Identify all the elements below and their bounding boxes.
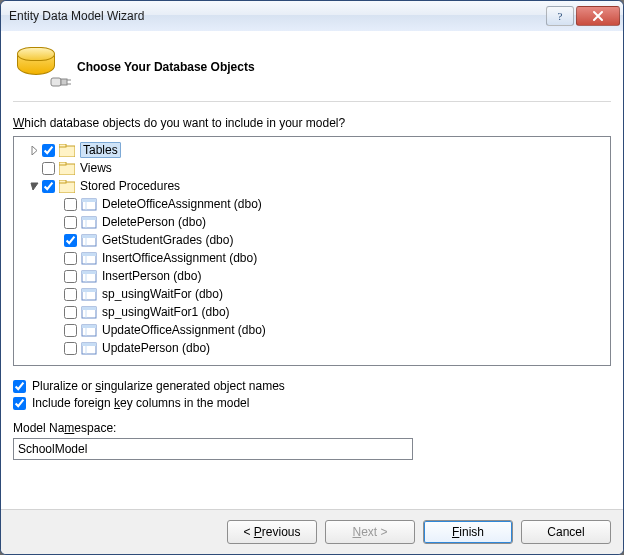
checkbox-views[interactable]: [42, 162, 55, 175]
wizard-step-title: Choose Your Database Objects: [77, 60, 255, 74]
tree-node-proc[interactable]: InsertOfficeAssignment (dbo): [16, 249, 608, 267]
tree-node-proc[interactable]: DeletePerson (dbo): [16, 213, 608, 231]
svg-rect-1: [51, 78, 61, 86]
next-button: Next >: [325, 520, 415, 544]
option-foreign-keys[interactable]: Include foreign key columns in the model: [13, 396, 611, 410]
tree-node-proc[interactable]: UpdatePerson (dbo): [16, 339, 608, 357]
button-bar: < Previous Next > Finish Cancel: [1, 509, 623, 554]
tree-label: DeletePerson (dbo): [102, 215, 206, 229]
checkbox-proc[interactable]: [64, 342, 77, 355]
stored-procedure-icon: [81, 287, 97, 301]
plug-icon: [49, 73, 71, 91]
tree-label: Views: [80, 161, 112, 175]
svg-rect-30: [82, 307, 96, 310]
wizard-header: Choose Your Database Objects: [13, 41, 611, 97]
namespace-label: Model Namespace:: [13, 421, 611, 435]
cancel-button[interactable]: Cancel: [521, 520, 611, 544]
tree-label: DeleteOfficeAssignment (dbo): [102, 197, 262, 211]
tree-label: InsertOfficeAssignment (dbo): [102, 251, 257, 265]
svg-rect-7: [59, 164, 75, 175]
svg-rect-15: [82, 217, 96, 220]
database-icon: [17, 47, 65, 87]
stored-procedure-icon: [81, 197, 97, 211]
stored-procedure-icon: [81, 305, 97, 319]
previous-button[interactable]: < Previous: [227, 520, 317, 544]
expand-toggle[interactable]: [28, 180, 40, 192]
client-area: Choose Your Database Objects Which datab…: [1, 31, 623, 509]
tree-label: UpdateOfficeAssignment (dbo): [102, 323, 266, 337]
stored-procedure-icon: [81, 323, 97, 337]
close-icon: [591, 10, 605, 22]
stored-procedure-icon: [81, 215, 97, 229]
svg-rect-6: [59, 144, 66, 147]
stored-procedure-icon: [81, 269, 97, 283]
svg-text:?: ?: [558, 10, 563, 22]
help-icon: ?: [554, 10, 566, 22]
svg-rect-5: [59, 146, 75, 157]
svg-rect-8: [59, 162, 66, 165]
titlebar[interactable]: Entity Data Model Wizard ?: [1, 1, 623, 31]
tree-node-proc[interactable]: InsertPerson (dbo): [16, 267, 608, 285]
window-title: Entity Data Model Wizard: [9, 9, 144, 23]
option-pluralize[interactable]: Pluralize or singularize generated objec…: [13, 379, 611, 393]
checkbox-stored-procedures[interactable]: [42, 180, 55, 193]
tree-label: sp_usingWaitFor1 (dbo): [102, 305, 230, 319]
close-button[interactable]: [576, 6, 620, 26]
namespace-input[interactable]: [13, 438, 413, 460]
svg-rect-33: [82, 325, 96, 328]
finish-button[interactable]: Finish: [423, 520, 513, 544]
svg-rect-36: [82, 343, 96, 346]
svg-rect-21: [82, 253, 96, 256]
svg-rect-12: [82, 199, 96, 202]
tree-node-proc[interactable]: DeleteOfficeAssignment (dbo): [16, 195, 608, 213]
tree-label: Stored Procedures: [80, 179, 180, 193]
checkbox-foreign-keys[interactable]: [13, 397, 26, 410]
tree-label: GetStudentGrades (dbo): [102, 233, 233, 247]
checkbox-proc[interactable]: [64, 306, 77, 319]
svg-rect-9: [59, 182, 75, 193]
table-folder-icon: [59, 143, 75, 157]
checkbox-proc[interactable]: [64, 198, 77, 211]
tree-node-proc[interactable]: sp_usingWaitFor1 (dbo): [16, 303, 608, 321]
stored-procedures-folder-icon: [59, 179, 75, 193]
divider: [13, 101, 611, 102]
checkbox-pluralize[interactable]: [13, 380, 26, 393]
stored-procedure-icon: [81, 341, 97, 355]
tree-label: UpdatePerson (dbo): [102, 341, 210, 355]
tree-node-views[interactable]: Views: [16, 159, 608, 177]
wizard-window: Entity Data Model Wizard ? Choose Your D…: [0, 0, 624, 555]
checkbox-proc[interactable]: [64, 270, 77, 283]
tree-node-tables[interactable]: Tables: [16, 141, 608, 159]
svg-rect-27: [82, 289, 96, 292]
tree-node-proc[interactable]: UpdateOfficeAssignment (dbo): [16, 321, 608, 339]
tree-node-proc[interactable]: sp_usingWaitFor (dbo): [16, 285, 608, 303]
svg-rect-10: [59, 180, 66, 183]
svg-rect-2: [61, 79, 67, 85]
views-folder-icon: [59, 161, 75, 175]
tree-label: Tables: [80, 142, 121, 158]
tree-label: sp_usingWaitFor (dbo): [102, 287, 223, 301]
checkbox-proc[interactable]: [64, 252, 77, 265]
checkbox-proc[interactable]: [64, 216, 77, 229]
checkbox-proc[interactable]: [64, 324, 77, 337]
expand-toggle[interactable]: [28, 144, 40, 156]
svg-rect-24: [82, 271, 96, 274]
help-button[interactable]: ?: [546, 6, 574, 26]
chevron-right-icon: [30, 146, 39, 155]
svg-rect-18: [82, 235, 96, 238]
tree-label: InsertPerson (dbo): [102, 269, 201, 283]
options-group: Pluralize or singularize generated objec…: [13, 376, 611, 413]
objects-tree[interactable]: Tables Views Stored Procedur: [13, 136, 611, 366]
prompt-label: Which database objects do you want to in…: [13, 116, 611, 130]
tree-node-stored-procedures[interactable]: Stored Procedures: [16, 177, 608, 195]
checkbox-proc[interactable]: [64, 288, 77, 301]
chevron-down-icon: [30, 182, 39, 191]
checkbox-proc[interactable]: [64, 234, 77, 247]
tree-node-proc[interactable]: GetStudentGrades (dbo): [16, 231, 608, 249]
checkbox-tables[interactable]: [42, 144, 55, 157]
stored-procedure-icon: [81, 233, 97, 247]
stored-procedure-icon: [81, 251, 97, 265]
